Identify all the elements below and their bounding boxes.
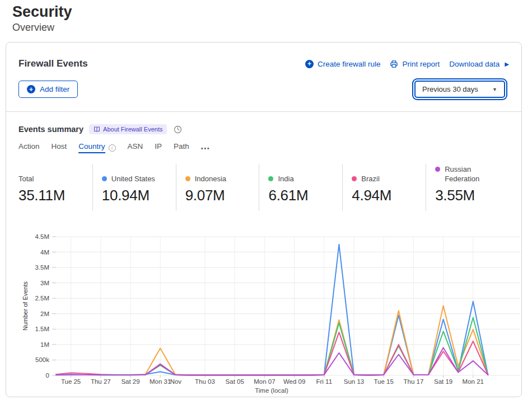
- stat-value: 3.55M: [435, 187, 501, 204]
- plus-circle-icon: +: [27, 85, 35, 93]
- add-filter-button[interactable]: + Add filter: [18, 81, 78, 98]
- stat-india[interactable]: India 6.61M: [259, 164, 342, 211]
- page-subtitle: Overview: [12, 22, 532, 34]
- tab-host[interactable]: Host: [52, 142, 67, 156]
- create-firewall-rule-label: Create firewall rule: [318, 60, 381, 68]
- svg-text:Time (local): Time (local): [255, 387, 288, 394]
- tab-asn[interactable]: ASN: [128, 142, 143, 156]
- chevron-down-icon: ▼: [492, 87, 497, 92]
- firewall-events-chart: 0500k1M1.5M2M2.5M3M3.5M4M4.5MTue 25Thu 2…: [6, 223, 521, 396]
- svg-text:Mon 31: Mon 31: [150, 378, 171, 385]
- svg-text:1.5M: 1.5M: [35, 326, 49, 332]
- print-report-label: Print report: [402, 60, 440, 68]
- svg-text:Fri 11: Fri 11: [316, 378, 333, 385]
- series-dot: [102, 176, 107, 181]
- svg-text:Sat 19: Sat 19: [434, 378, 452, 385]
- plus-circle-icon: +: [305, 60, 314, 68]
- tabs-more-button[interactable]: •••: [201, 145, 211, 156]
- about-firewall-events-badge[interactable]: About Firewall Events: [89, 124, 167, 134]
- series-dot: [185, 176, 190, 181]
- download-data-link[interactable]: Download data ▶: [449, 60, 509, 68]
- events-chart-svg[interactable]: 0500k1M1.5M2M2.5M3M3.5M4M4.5MTue 25Thu 2…: [6, 223, 521, 396]
- date-range-value: Previous 30 days: [422, 85, 478, 93]
- stat-value: 6.61M: [268, 187, 334, 204]
- svg-text:3M: 3M: [40, 279, 49, 286]
- create-firewall-rule-link[interactable]: + Create firewall rule: [305, 60, 381, 68]
- download-data-label: Download data: [449, 60, 500, 68]
- svg-text:Mon 07: Mon 07: [254, 378, 275, 385]
- history-clock-icon[interactable]: [174, 125, 182, 134]
- svg-text:2.5M: 2.5M: [35, 295, 49, 302]
- print-report-link[interactable]: Print report: [390, 60, 440, 68]
- printer-icon: [390, 60, 398, 68]
- card-actions: + Create firewall rule Print report Down…: [305, 60, 509, 68]
- svg-text:Sun 13: Sun 13: [344, 378, 364, 385]
- stat-label: United States: [111, 175, 155, 184]
- tab-action[interactable]: Action: [18, 142, 40, 156]
- add-filter-label: Add filter: [40, 85, 69, 93]
- svg-text:Number of Events: Number of Events: [22, 281, 29, 331]
- stat-label: Total: [18, 175, 34, 184]
- stat-value: 10.94M: [102, 187, 168, 204]
- stat-value: 4.94M: [352, 187, 418, 204]
- svg-text:Thu 03: Thu 03: [195, 378, 215, 385]
- stat-total: Total 35.11M: [18, 164, 92, 211]
- about-firewall-events-label: About Firewall Events: [103, 126, 162, 133]
- svg-text:Wed 09: Wed 09: [283, 378, 305, 385]
- summary-tabs: Action Host Country i ASN IP Path •••: [18, 142, 509, 156]
- svg-text:Mon 21: Mon 21: [463, 378, 484, 385]
- date-range-select[interactable]: Previous 30 days ▼: [414, 81, 505, 98]
- svg-text:2M: 2M: [40, 310, 49, 317]
- stats-row: Total 35.11M United States 10.94M Indone…: [18, 164, 509, 211]
- series-dot: [268, 176, 273, 181]
- svg-text:Thu 27: Thu 27: [91, 378, 111, 385]
- svg-text:500k: 500k: [35, 356, 49, 363]
- stat-value: 35.11M: [18, 187, 85, 204]
- svg-text:Tue 15: Tue 15: [374, 378, 394, 385]
- series-dot: [435, 167, 440, 172]
- svg-text:'Nov: 'Nov: [169, 378, 181, 385]
- expand-right-icon: ▶: [505, 61, 509, 67]
- svg-text:4M: 4M: [40, 248, 49, 255]
- stat-label: Russian Federation: [445, 165, 501, 184]
- stat-value: 9.07M: [185, 187, 251, 204]
- svg-text:4.5M: 4.5M: [35, 233, 49, 240]
- info-icon[interactable]: i: [109, 144, 116, 152]
- tab-ip[interactable]: IP: [155, 142, 162, 156]
- tab-country[interactable]: Country i: [78, 142, 115, 156]
- book-icon: [94, 126, 100, 133]
- stat-brazil[interactable]: Brazil 4.94M: [342, 164, 426, 211]
- page-header: Security Overview: [0, 0, 532, 34]
- series-dot: [352, 176, 357, 181]
- stat-indonesia[interactable]: Indonesia 9.07M: [176, 164, 259, 211]
- stat-label: Indonesia: [195, 175, 226, 184]
- svg-text:Thu 17: Thu 17: [403, 378, 423, 385]
- events-summary-title: Events summary: [18, 125, 83, 134]
- svg-text:Sat 29: Sat 29: [121, 378, 139, 385]
- svg-text:3.5M: 3.5M: [35, 264, 49, 271]
- stat-label: India: [278, 175, 293, 184]
- stat-russian-federation[interactable]: Russian Federation 3.55M: [426, 164, 509, 211]
- stat-label: Brazil: [361, 175, 380, 184]
- tab-path[interactable]: Path: [174, 142, 189, 156]
- page-title: Security: [12, 3, 532, 21]
- firewall-events-card: Firewall Events + Create firewall rule P…: [6, 42, 522, 397]
- divider: [6, 111, 521, 112]
- svg-text:Sat 05: Sat 05: [226, 378, 244, 385]
- card-title: Firewall Events: [18, 58, 88, 69]
- svg-text:0: 0: [46, 372, 49, 379]
- stat-united-states[interactable]: United States 10.94M: [92, 164, 176, 211]
- svg-text:1M: 1M: [40, 341, 49, 348]
- svg-text:Tue 25: Tue 25: [61, 378, 81, 385]
